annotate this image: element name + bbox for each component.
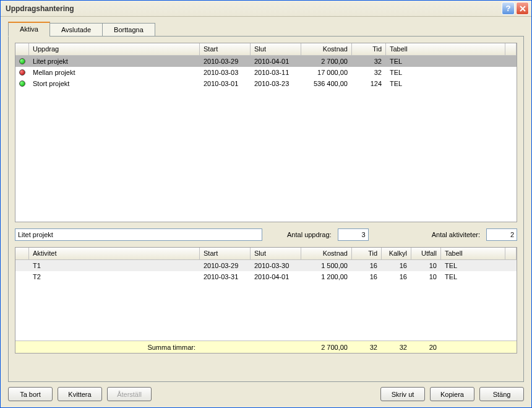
close-icon <box>520 6 526 12</box>
close-button[interactable] <box>516 2 529 15</box>
table-row[interactable]: T22010-03-312010-04-011 200,00161610TEL <box>15 271 517 282</box>
sum-tid: 32 <box>352 344 382 351</box>
tab-avslutade[interactable]: Avslutade <box>49 23 103 37</box>
window-title: Uppdragshantering <box>6 4 74 13</box>
cell-tabell: TEL <box>441 262 505 269</box>
cell-tid: 32 <box>352 58 386 65</box>
cell-kostnad: 17 000,00 <box>301 69 352 76</box>
cell-aktivitet: T2 <box>29 273 200 280</box>
col-spacer <box>505 248 517 259</box>
cell-kostnad: 1 200,00 <box>301 273 352 280</box>
cell-start: 2010-03-29 <box>200 58 251 65</box>
cell-tabell: TEL <box>386 69 505 76</box>
col-spacer <box>505 43 517 55</box>
cell-tid: 124 <box>352 80 386 87</box>
cell-kostnad: 536 400,00 <box>301 80 352 87</box>
sum-kalkyl: 32 <box>382 344 411 351</box>
col-kostnad[interactable]: Kostnad <box>301 43 352 55</box>
uppdrag-grid-body: Litet projekt2010-03-292010-04-012 700,0… <box>15 56 517 222</box>
button-bar: Ta bort Kvittera Återställ Skriv ut Kopi… <box>8 382 524 401</box>
sum-label: Summa timmar: <box>29 344 200 351</box>
cell-slut: 2010-03-30 <box>251 262 301 269</box>
sum-kostnad: 2 700,00 <box>301 344 352 351</box>
help-button[interactable]: ? <box>502 2 515 15</box>
selected-uppdrag-input[interactable] <box>15 228 262 241</box>
uppdrag-grid-header: Uppdrag Start Slut Kostnad Tid Tabell <box>15 43 517 56</box>
button-group-left: Ta bort Kvittera Återställ <box>8 387 152 401</box>
aktivitet-grid-body: T12010-03-292010-03-301 500,00161610TELT… <box>15 260 517 341</box>
col-kostnad[interactable]: Kostnad <box>301 248 352 259</box>
table-row[interactable]: Mellan projekt2010-03-032010-03-1117 000… <box>15 67 517 78</box>
col-status[interactable] <box>15 43 29 55</box>
antal-uppdrag-value[interactable] <box>338 228 369 241</box>
cell-tabell: TEL <box>386 80 505 87</box>
table-row[interactable]: Stort projekt2010-03-012010-03-23536 400… <box>15 78 517 89</box>
tab-strip: Aktiva Avslutade Borttagna <box>8 23 524 37</box>
tab-aktiva[interactable]: Aktiva <box>8 22 50 37</box>
col-status[interactable] <box>15 248 29 259</box>
cell-slut: 2010-03-23 <box>251 80 301 87</box>
button-group-right: Skriv ut Kopiera Stäng <box>380 387 524 401</box>
status-green-icon <box>19 80 25 87</box>
cell-tid: 16 <box>352 273 382 280</box>
sum-utfall: 20 <box>411 344 441 351</box>
tab-panel: Uppdrag Start Slut Kostnad Tid Tabell Li… <box>8 36 524 382</box>
col-utfall[interactable]: Utfall <box>411 248 441 259</box>
sum-row: Summa timmar: 2 700,00 32 32 20 <box>15 341 517 353</box>
table-row[interactable]: Litet projekt2010-03-292010-04-012 700,0… <box>15 56 517 67</box>
col-tabell[interactable]: Tabell <box>386 43 505 55</box>
antal-aktiviteter-label: Antal aktiviteter: <box>432 231 480 238</box>
cell-utfall: 10 <box>411 262 441 269</box>
col-kalkyl[interactable]: Kalkyl <box>382 248 411 259</box>
ta-bort-button[interactable]: Ta bort <box>8 387 53 401</box>
col-tid[interactable]: Tid <box>352 248 382 259</box>
col-aktivitet[interactable]: Aktivitet <box>29 248 200 259</box>
cell-tabell: TEL <box>441 273 505 280</box>
tab-borttagna[interactable]: Borttagna <box>102 23 155 37</box>
cell-tid: 16 <box>352 262 382 269</box>
titlebar-buttons: ? <box>502 2 529 15</box>
app-window: Uppdragshantering ? Aktiva Avslutade Bor… <box>0 0 532 408</box>
antal-aktiviteter-value[interactable] <box>486 228 517 241</box>
aterstall-button: Återställ <box>107 387 152 401</box>
cell-start: 2010-03-29 <box>200 262 251 269</box>
aktivitet-grid-header: Aktivitet Start Slut Kostnad Tid Kalkyl … <box>15 248 517 260</box>
cell-slut: 2010-03-11 <box>251 69 301 76</box>
kopiera-button[interactable]: Kopiera <box>430 387 474 401</box>
cell-kostnad: 2 700,00 <box>301 58 352 65</box>
col-slut[interactable]: Slut <box>251 43 301 55</box>
cell-kostnad: 1 500,00 <box>301 262 352 269</box>
cell-aktivitet: T1 <box>29 262 200 269</box>
col-uppdrag[interactable]: Uppdrag <box>29 43 200 55</box>
col-tid[interactable]: Tid <box>352 43 386 55</box>
cell-tid: 32 <box>352 69 386 76</box>
cell-uppdrag: Stort projekt <box>29 80 200 87</box>
cell-uppdrag: Litet projekt <box>29 58 200 65</box>
cell-start: 2010-03-03 <box>200 69 251 76</box>
cell-slut: 2010-04-01 <box>251 58 301 65</box>
col-tabell[interactable]: Tabell <box>441 248 505 259</box>
summary-row: Antal uppdrag: Antal aktiviteter: <box>15 228 517 241</box>
status-green-icon <box>19 58 25 64</box>
status-red-icon <box>19 69 25 76</box>
cell-kalkyl: 16 <box>382 273 411 280</box>
table-row[interactable]: T12010-03-292010-03-301 500,00161610TEL <box>15 260 517 271</box>
stang-button[interactable]: Stäng <box>479 387 524 401</box>
cell-kalkyl: 16 <box>382 262 411 269</box>
col-start[interactable]: Start <box>200 248 251 259</box>
cell-uppdrag: Mellan projekt <box>29 69 200 76</box>
skriv-ut-button[interactable]: Skriv ut <box>380 387 425 401</box>
antal-uppdrag-label: Antal uppdrag: <box>287 231 332 238</box>
titlebar: Uppdragshantering ? <box>1 1 531 17</box>
col-start[interactable]: Start <box>200 43 251 55</box>
kvittera-button[interactable]: Kvittera <box>58 387 102 401</box>
cell-start: 2010-03-31 <box>200 273 251 280</box>
cell-utfall: 10 <box>411 273 441 280</box>
cell-start: 2010-03-01 <box>200 80 251 87</box>
cell-slut: 2010-04-01 <box>251 273 301 280</box>
cell-tabell: TEL <box>386 58 505 65</box>
uppdrag-grid[interactable]: Uppdrag Start Slut Kostnad Tid Tabell Li… <box>15 43 517 222</box>
aktivitet-grid[interactable]: Aktivitet Start Slut Kostnad Tid Kalkyl … <box>15 247 517 354</box>
content-area: Aktiva Avslutade Borttagna Uppdrag Start… <box>1 17 531 407</box>
col-slut[interactable]: Slut <box>251 248 301 259</box>
